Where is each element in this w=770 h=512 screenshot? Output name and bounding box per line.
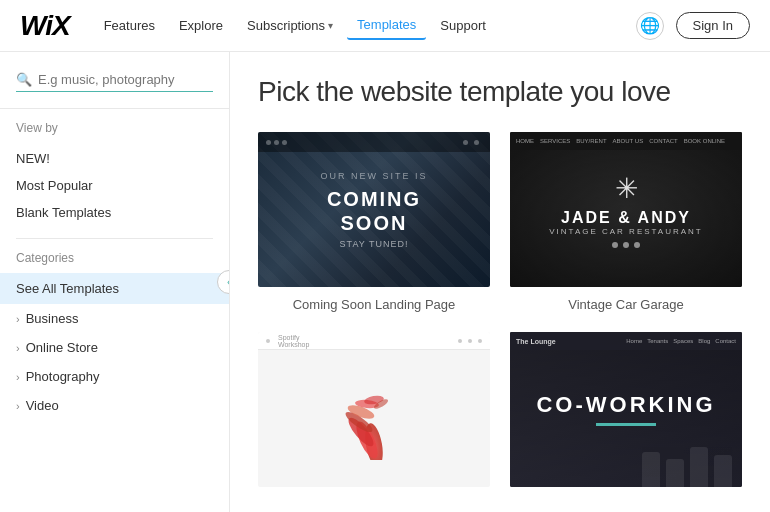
sculpture-nav-dot [458, 339, 462, 343]
nav-features[interactable]: Features [94, 12, 165, 39]
person-silhouette [690, 447, 708, 487]
search-wrap: 🔍 [16, 68, 213, 92]
templates-grid: OUR NEW SITE IS COMINGSOON STAY TUNED! C… [258, 132, 742, 497]
template-card-vintage[interactable]: HOME SERVICES BUY/RENT ABOUT US CONTACT … [510, 132, 742, 312]
signin-button[interactable]: Sign In [676, 12, 750, 39]
sidebar-photography[interactable]: › Photography [0, 362, 229, 391]
search-icon: 🔍 [16, 72, 32, 87]
sidebar: ‹ 🔍 View by NEW! Most Popular Blank Temp… [0, 52, 230, 512]
nav-support[interactable]: Support [430, 12, 496, 39]
nav-dot [282, 140, 287, 145]
template-card-coworking[interactable]: The Lounge Home Tenants Spaces Blog Cont… [510, 332, 742, 497]
content-area: Pick the website template you love [230, 52, 770, 512]
nav-subscriptions[interactable]: Subscriptions ▾ [237, 12, 343, 39]
view-by-section: View by NEW! Most Popular Blank Template… [0, 121, 229, 226]
template-card-coming-soon[interactable]: OUR NEW SITE IS COMINGSOON STAY TUNED! C… [258, 132, 490, 312]
sidebar-divider [16, 238, 213, 239]
nav-explore[interactable]: Explore [169, 12, 233, 39]
person-silhouette [666, 459, 684, 487]
sidebar-video[interactable]: › Video [0, 391, 229, 420]
search-container: 🔍 [0, 68, 229, 109]
sculpture-nav-dot [478, 339, 482, 343]
template-nav-bar [258, 132, 490, 152]
person-silhouette [714, 455, 732, 487]
vintage-overlay: ✳ JADE & ANDY VINTAGE CAR RESTAURANT [549, 172, 703, 248]
coworking-nav: The Lounge Home Tenants Spaces Blog Cont… [510, 332, 742, 350]
nav-right: 🌐 Sign In [636, 12, 750, 40]
chevron-icon: › [16, 371, 20, 383]
sidebar-link-popular[interactable]: Most Popular [16, 172, 213, 199]
page-title: Pick the website template you love [258, 76, 742, 108]
nav-dot [266, 140, 271, 145]
sculpture-nav-dot [266, 339, 270, 343]
vintage-title-text: JADE & ANDY [549, 209, 703, 227]
sidebar-business[interactable]: › Business [0, 304, 229, 333]
coworking-overlay: CO-WORKING [536, 393, 715, 426]
subscriptions-dropdown-icon: ▾ [328, 20, 333, 31]
chevron-icon: › [16, 400, 20, 412]
categories-label: Categories [0, 251, 229, 265]
template-name-coming-soon: Coming Soon Landing Page [258, 297, 490, 312]
chevron-icon: › [16, 313, 20, 325]
template-name-vintage: Vintage Car Garage [510, 297, 742, 312]
vintage-dot [634, 242, 640, 248]
chevron-icon: › [16, 342, 20, 354]
nav-templates[interactable]: Templates [347, 11, 426, 40]
sculpture-nav-dot [468, 339, 472, 343]
coworking-bar [596, 423, 656, 426]
nav-dot [474, 140, 479, 145]
sculpture-nav: SpotifyWorkshop [258, 332, 490, 350]
template-thumb-sculpture: SpotifyWorkshop [258, 332, 490, 487]
language-button[interactable]: 🌐 [636, 12, 664, 40]
vintage-dots [549, 242, 703, 248]
vintage-dot [612, 242, 618, 248]
template-thumb-coming-soon: OUR NEW SITE IS COMINGSOON STAY TUNED! [258, 132, 490, 287]
header: WiX Features Explore Subscriptions ▾ Tem… [0, 0, 770, 52]
vintage-dot [623, 242, 629, 248]
vintage-nav: HOME SERVICES BUY/RENT ABOUT US CONTACT … [510, 132, 742, 150]
view-by-label: View by [16, 121, 213, 135]
template-thumb-coworking: The Lounge Home Tenants Spaces Blog Cont… [510, 332, 742, 487]
sidebar-link-new[interactable]: NEW! [16, 145, 213, 172]
collapse-icon: ‹ [227, 275, 230, 289]
search-input[interactable] [38, 72, 213, 87]
coworking-title-text: CO-WORKING [536, 393, 715, 417]
coming-soon-overlay: OUR NEW SITE IS COMINGSOON STAY TUNED! [320, 171, 427, 249]
globe-icon: 🌐 [640, 16, 660, 35]
vintage-subtitle-text: VINTAGE CAR RESTAURANT [549, 227, 703, 236]
nav-dot [463, 140, 468, 145]
logo: WiX [20, 10, 70, 42]
spiral-art [339, 360, 409, 460]
main-nav: Features Explore Subscriptions ▾ Templat… [94, 11, 636, 40]
template-card-sculpture[interactable]: SpotifyWorkshop [258, 332, 490, 497]
coworking-people [510, 437, 742, 487]
person-silhouette [642, 452, 660, 487]
vintage-emblem: ✳ [549, 172, 703, 205]
sidebar-online-store[interactable]: › Online Store [0, 333, 229, 362]
template-thumb-vintage: HOME SERVICES BUY/RENT ABOUT US CONTACT … [510, 132, 742, 287]
main-container: ‹ 🔍 View by NEW! Most Popular Blank Temp… [0, 52, 770, 512]
nav-dot [274, 140, 279, 145]
sidebar-link-blank[interactable]: Blank Templates [16, 199, 213, 226]
sidebar-all-templates[interactable]: See All Templates [0, 273, 229, 304]
